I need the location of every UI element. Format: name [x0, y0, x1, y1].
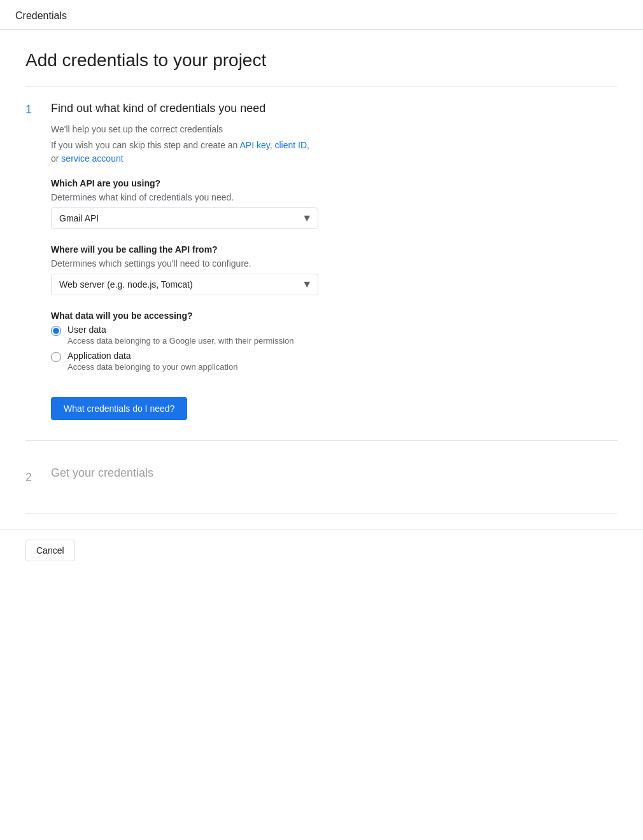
form-heading: Add credentials to your project	[25, 50, 618, 71]
radio-app-data-labels: Application data Access data belonging t…	[67, 351, 237, 372]
api-field-group: Which API are you using? Determines what…	[51, 178, 618, 229]
what-credentials-button[interactable]: What credentials do I need?	[51, 397, 187, 420]
step2-number: 2	[25, 471, 38, 484]
comma2: ,	[307, 140, 309, 150]
api-key-link[interactable]: API key	[240, 140, 270, 150]
page-title: Credentials	[15, 10, 67, 21]
api-question-sublabel: Determines what kind of credentials you …	[51, 192, 618, 202]
step1-title: Find out what kind of credentials you ne…	[51, 102, 618, 115]
radio-app-data-item: Application data Access data belonging t…	[51, 351, 618, 372]
footer-section: Cancel	[0, 529, 643, 571]
radio-user-data-label[interactable]: User data	[67, 325, 294, 335]
radio-group: User data Access data belonging to a Goo…	[51, 325, 618, 372]
data-question-label: What data will you be accessing?	[51, 311, 618, 321]
radio-app-data[interactable]	[51, 352, 61, 362]
api-select[interactable]: Gmail API Drive API Sheets API Calendar …	[51, 207, 318, 229]
desc2-prefix: If you wish you can skip this step and c…	[51, 140, 240, 150]
divider-footer	[25, 513, 618, 514]
calling-select-wrapper: Web server (e.g. node.js, Tomcat) Web br…	[51, 274, 318, 295]
service-account-link[interactable]: service account	[61, 153, 123, 164]
step2-container: 2 Get your credentials	[25, 456, 618, 487]
client-id-link[interactable]: client ID	[275, 140, 307, 150]
api-question-label: Which API are you using?	[51, 178, 618, 188]
step1-content: Find out what kind of credentials you ne…	[51, 102, 618, 420]
api-select-wrapper: Gmail API Drive API Sheets API Calendar …	[51, 207, 318, 229]
divider-step2	[25, 440, 618, 441]
calling-field-group: Where will you be calling the API from? …	[51, 244, 618, 295]
page-header: Credentials	[0, 0, 643, 30]
step1-desc1: We'll help you set up the correct creden…	[51, 123, 618, 136]
comma1: ,	[270, 140, 275, 150]
calling-question-sublabel: Determines which settings you'll need to…	[51, 258, 618, 269]
or-text: or	[51, 153, 61, 164]
calling-question-label: Where will you be calling the API from?	[51, 244, 618, 255]
radio-user-data-desc: Access data belonging to a Google user, …	[67, 336, 294, 346]
radio-user-data-item: User data Access data belonging to a Goo…	[51, 325, 618, 346]
step1-container: 1 Find out what kind of credentials you …	[25, 102, 618, 420]
step2-title: Get your credentials	[51, 466, 153, 480]
radio-app-data-desc: Access data belonging to your own applic…	[67, 362, 237, 372]
step1-number: 1	[25, 103, 38, 116]
calling-select[interactable]: Web server (e.g. node.js, Tomcat) Web br…	[51, 274, 318, 295]
radio-user-data-labels: User data Access data belonging to a Goo…	[67, 325, 294, 346]
radio-app-data-label[interactable]: Application data	[67, 351, 237, 361]
divider-top	[25, 86, 618, 87]
data-field-group: What data will you be accessing? User da…	[51, 311, 618, 372]
cancel-button[interactable]: Cancel	[25, 540, 75, 561]
radio-user-data[interactable]	[51, 326, 61, 336]
main-content: Add credentials to your project 1 Find o…	[0, 30, 643, 513]
step1-desc2: If you wish you can skip this step and c…	[51, 139, 618, 165]
